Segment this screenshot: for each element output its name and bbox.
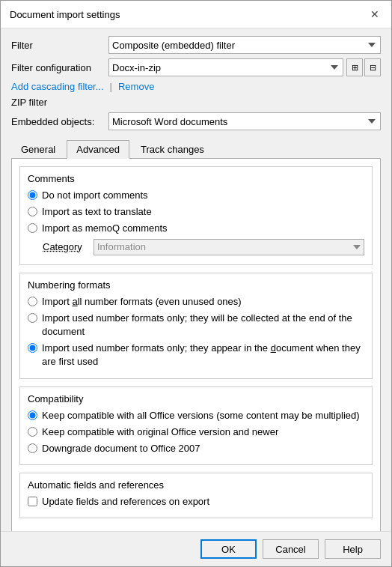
embedded-objects-select[interactable]: Microsoft Word documents	[108, 112, 381, 130]
radio-text-translate-label: Import as text to translate	[42, 205, 152, 219]
embedded-objects-control-wrap: Microsoft Word documents	[108, 112, 381, 130]
title-bar: Document import settings ✕	[1, 1, 391, 28]
zip-filter-row: ZIP filter	[11, 97, 381, 108]
filter-config-control-wrap: Docx-in-zip ⊞ ⊟	[108, 58, 381, 76]
radio-no-import-label: Do not import comments	[42, 189, 148, 202]
radio-no-import-input[interactable]	[28, 190, 37, 200]
radio-original-office-label: Keep compatible with original Office ver…	[42, 425, 278, 439]
ok-button[interactable]: OK	[200, 539, 257, 559]
remove-button[interactable]: Remove	[118, 81, 154, 92]
radio-no-import: Do not import comments	[28, 189, 364, 202]
radio-original-office: Keep compatible with original Office ver…	[28, 425, 364, 439]
radio-all-office-input[interactable]	[28, 410, 37, 420]
button-bar: OK Cancel Help	[1, 531, 391, 566]
radio-used-end-input[interactable]	[28, 313, 37, 323]
filter-config-label: Filter configuration	[11, 62, 108, 73]
radio-used-end: Import used number formats only; they wi…	[28, 312, 364, 339]
tab-list: General Advanced Track changes	[11, 139, 381, 159]
toolbar-buttons: ⊞ ⊟	[346, 58, 381, 76]
zip-filter-label: ZIP filter	[11, 97, 108, 108]
checkbox-update-fields: Update fields and references on export	[28, 495, 364, 509]
filter-label: Filter	[11, 40, 108, 51]
close-button[interactable]: ✕	[367, 7, 382, 22]
radio-used-end-label: Import used number formats only; they wi…	[42, 312, 364, 339]
compatibility-section: Compatibility Keep compatible with all O…	[19, 386, 373, 466]
tab-track-changes[interactable]: Track changes	[131, 140, 214, 159]
comments-title: Comments	[28, 173, 364, 184]
embedded-objects-row: Embedded objects: Microsoft Word documen…	[11, 112, 381, 130]
add-cascading-button[interactable]: Add cascading filter...	[11, 81, 104, 92]
help-button[interactable]: Help	[325, 539, 381, 559]
compatibility-title: Compatibility	[28, 393, 364, 404]
radio-original-office-input[interactable]	[28, 427, 37, 437]
radio-all-formats-input[interactable]	[28, 297, 37, 306]
separator: |	[110, 81, 112, 92]
radio-all-office-label: Keep compatible with all Office versions…	[42, 409, 360, 422]
dialog-content: Filter Composite (embedded) filter Filte…	[1, 28, 391, 531]
numbering-title: Numbering formats	[28, 279, 364, 291]
filter-actions-row: Add cascading filter... | Remove	[11, 81, 381, 92]
help-label: Help	[343, 544, 363, 555]
ok-label: OK	[221, 544, 236, 555]
numbering-section: Numbering formats Import all number form…	[19, 273, 373, 379]
tab-advanced[interactable]: Advanced	[67, 140, 129, 159]
tab-general[interactable]: General	[11, 140, 65, 159]
auto-fields-section: Automatic fields and references Update f…	[19, 473, 373, 518]
tabs-area: General Advanced Track changes Comments …	[11, 139, 381, 531]
category-row: Category Information	[43, 239, 364, 255]
toolbar-btn-2[interactable]: ⊟	[364, 58, 381, 76]
tab-content-advanced: Comments Do not import comments Import a…	[11, 159, 381, 531]
radio-downgrade: Downgrade document to Office 2007	[28, 442, 364, 455]
comments-section: Comments Do not import comments Import a…	[19, 166, 373, 265]
filter-config-select[interactable]: Docx-in-zip	[108, 58, 343, 76]
radio-memoq-comments-label: Import as memoQ comments	[42, 222, 168, 235]
radio-all-formats: Import all number formats (even unused o…	[28, 295, 364, 309]
radio-all-formats-label: Import all number formats (even unused o…	[42, 295, 242, 309]
toolbar-btn-1[interactable]: ⊞	[346, 58, 363, 76]
radio-downgrade-label: Downgrade document to Office 2007	[42, 442, 200, 455]
radio-used-first-label: Import used number formats only; they ap…	[42, 342, 364, 369]
radio-all-office: Keep compatible with all Office versions…	[28, 409, 364, 422]
filter-control-wrap: Composite (embedded) filter	[108, 36, 381, 54]
radio-downgrade-input[interactable]	[28, 443, 37, 453]
cancel-label: Cancel	[275, 544, 305, 555]
radio-memoq-comments-input[interactable]	[28, 223, 37, 233]
embedded-objects-label: Embedded objects:	[11, 116, 108, 127]
category-select[interactable]: Information	[94, 239, 364, 255]
filter-select[interactable]: Composite (embedded) filter	[108, 36, 381, 54]
radio-used-first-input[interactable]	[28, 343, 37, 353]
auto-fields-title: Automatic fields and references	[28, 479, 364, 491]
category-label: Category	[43, 241, 94, 252]
checkbox-update-fields-label: Update fields and references on export	[42, 495, 209, 509]
radio-text-translate: Import as text to translate	[28, 205, 364, 219]
document-import-settings-dialog: Document import settings ✕ Filter Compos…	[0, 0, 392, 567]
radio-used-first: Import used number formats only; they ap…	[28, 342, 364, 369]
dialog-title: Document import settings	[10, 9, 120, 20]
filter-row: Filter Composite (embedded) filter	[11, 36, 381, 54]
checkbox-update-fields-input[interactable]	[28, 497, 37, 506]
filter-config-row: Filter configuration Docx-in-zip ⊞ ⊟	[11, 58, 381, 76]
radio-text-translate-input[interactable]	[28, 207, 37, 216]
cancel-button[interactable]: Cancel	[263, 539, 319, 559]
radio-memoq-comments: Import as memoQ comments	[28, 222, 364, 235]
